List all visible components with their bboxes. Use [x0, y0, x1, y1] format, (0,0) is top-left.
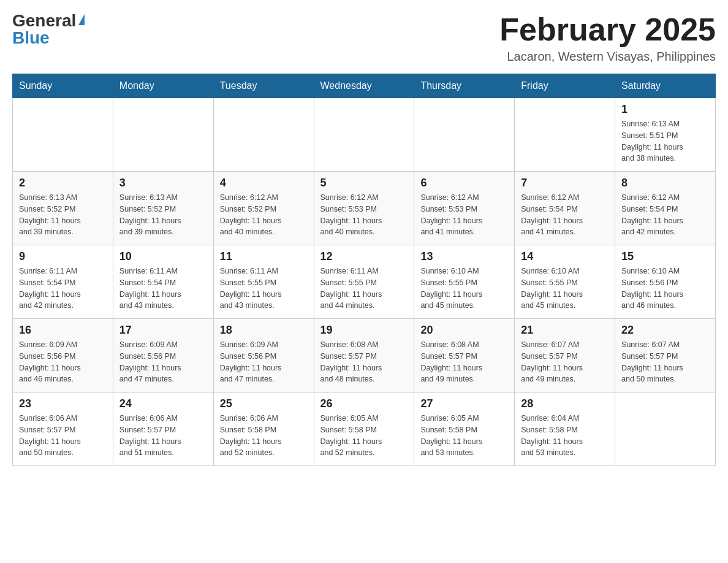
day-number: 12	[320, 250, 408, 263]
day-number: 17	[119, 324, 207, 337]
calendar-week-row: 16Sunrise: 6:09 AMSunset: 5:56 PMDayligh…	[13, 319, 716, 393]
calendar-cell: 1Sunrise: 6:13 AMSunset: 5:51 PMDaylight…	[615, 98, 716, 172]
title-section: February 2025 Lacaron, Western Visayas, …	[499, 12, 716, 64]
calendar-cell: 3Sunrise: 6:13 AMSunset: 5:52 PMDaylight…	[113, 172, 213, 245]
day-info: Sunrise: 6:12 AMSunset: 5:53 PMDaylight:…	[420, 192, 508, 238]
day-number: 28	[521, 397, 609, 410]
day-number: 20	[420, 324, 508, 337]
day-number: 15	[621, 250, 709, 263]
calendar-cell: 4Sunrise: 6:12 AMSunset: 5:52 PMDaylight…	[213, 172, 314, 245]
day-info: Sunrise: 6:10 AMSunset: 5:55 PMDaylight:…	[521, 266, 609, 312]
calendar-cell: 11Sunrise: 6:11 AMSunset: 5:55 PMDayligh…	[213, 245, 314, 319]
calendar-cell: 27Sunrise: 6:05 AMSunset: 5:58 PMDayligh…	[414, 393, 515, 466]
column-header-saturday: Saturday	[615, 74, 716, 98]
logo-triangle-icon	[78, 14, 85, 25]
calendar-cell: 26Sunrise: 6:05 AMSunset: 5:58 PMDayligh…	[314, 393, 414, 466]
calendar-cell: 22Sunrise: 6:07 AMSunset: 5:57 PMDayligh…	[615, 319, 716, 393]
day-info: Sunrise: 6:06 AMSunset: 5:57 PMDaylight:…	[19, 413, 107, 459]
day-info: Sunrise: 6:05 AMSunset: 5:58 PMDaylight:…	[420, 413, 508, 459]
day-number: 11	[220, 250, 308, 263]
calendar-cell: 19Sunrise: 6:08 AMSunset: 5:57 PMDayligh…	[314, 319, 414, 393]
calendar-cell	[13, 98, 113, 172]
day-info: Sunrise: 6:13 AMSunset: 5:52 PMDaylight:…	[19, 192, 107, 238]
page-header: General Blue February 2025 Lacaron, West…	[12, 12, 716, 64]
day-number: 18	[220, 324, 308, 337]
day-info: Sunrise: 6:12 AMSunset: 5:52 PMDaylight:…	[220, 192, 308, 238]
calendar-cell: 24Sunrise: 6:06 AMSunset: 5:57 PMDayligh…	[113, 393, 213, 466]
day-number: 26	[320, 397, 408, 410]
day-info: Sunrise: 6:07 AMSunset: 5:57 PMDaylight:…	[521, 339, 609, 385]
calendar-cell	[515, 98, 615, 172]
day-number: 4	[220, 177, 308, 190]
day-info: Sunrise: 6:08 AMSunset: 5:57 PMDaylight:…	[420, 339, 508, 385]
calendar-cell: 20Sunrise: 6:08 AMSunset: 5:57 PMDayligh…	[414, 319, 515, 393]
day-info: Sunrise: 6:11 AMSunset: 5:55 PMDaylight:…	[320, 266, 408, 312]
column-header-tuesday: Tuesday	[213, 74, 314, 98]
day-info: Sunrise: 6:09 AMSunset: 5:56 PMDaylight:…	[19, 339, 107, 385]
day-info: Sunrise: 6:06 AMSunset: 5:57 PMDaylight:…	[119, 413, 207, 459]
day-info: Sunrise: 6:04 AMSunset: 5:58 PMDaylight:…	[521, 413, 609, 459]
calendar-cell: 2Sunrise: 6:13 AMSunset: 5:52 PMDaylight…	[13, 172, 113, 245]
calendar-cell	[113, 98, 213, 172]
day-number: 16	[19, 324, 107, 337]
day-info: Sunrise: 6:11 AMSunset: 5:54 PMDaylight:…	[19, 266, 107, 312]
calendar-week-row: 9Sunrise: 6:11 AMSunset: 5:54 PMDaylight…	[13, 245, 716, 319]
calendar-cell: 13Sunrise: 6:10 AMSunset: 5:55 PMDayligh…	[414, 245, 515, 319]
day-info: Sunrise: 6:12 AMSunset: 5:54 PMDaylight:…	[521, 192, 609, 238]
calendar-cell: 14Sunrise: 6:10 AMSunset: 5:55 PMDayligh…	[515, 245, 615, 319]
day-info: Sunrise: 6:08 AMSunset: 5:57 PMDaylight:…	[320, 339, 408, 385]
calendar-table: SundayMondayTuesdayWednesdayThursdayFrid…	[12, 74, 716, 466]
calendar-cell: 9Sunrise: 6:11 AMSunset: 5:54 PMDaylight…	[13, 245, 113, 319]
calendar-week-row: 23Sunrise: 6:06 AMSunset: 5:57 PMDayligh…	[13, 393, 716, 466]
logo: General Blue	[12, 12, 85, 47]
calendar-cell: 7Sunrise: 6:12 AMSunset: 5:54 PMDaylight…	[515, 172, 615, 245]
calendar-week-row: 1Sunrise: 6:13 AMSunset: 5:51 PMDaylight…	[13, 98, 716, 172]
calendar-cell	[414, 98, 515, 172]
day-info: Sunrise: 6:09 AMSunset: 5:56 PMDaylight:…	[119, 339, 207, 385]
calendar-cell: 12Sunrise: 6:11 AMSunset: 5:55 PMDayligh…	[314, 245, 414, 319]
day-number: 1	[621, 103, 709, 116]
calendar-cell: 28Sunrise: 6:04 AMSunset: 5:58 PMDayligh…	[515, 393, 615, 466]
calendar-cell: 15Sunrise: 6:10 AMSunset: 5:56 PMDayligh…	[615, 245, 716, 319]
day-info: Sunrise: 6:11 AMSunset: 5:54 PMDaylight:…	[119, 266, 207, 312]
day-number: 25	[220, 397, 308, 410]
day-number: 21	[521, 324, 609, 337]
calendar-cell	[213, 98, 314, 172]
day-info: Sunrise: 6:05 AMSunset: 5:58 PMDaylight:…	[320, 413, 408, 459]
day-info: Sunrise: 6:10 AMSunset: 5:56 PMDaylight:…	[621, 266, 709, 312]
day-info: Sunrise: 6:12 AMSunset: 5:53 PMDaylight:…	[320, 192, 408, 238]
day-number: 10	[119, 250, 207, 263]
day-number: 2	[19, 177, 107, 190]
day-number: 22	[621, 324, 709, 337]
day-info: Sunrise: 6:13 AMSunset: 5:52 PMDaylight:…	[119, 192, 207, 238]
day-number: 7	[521, 177, 609, 190]
calendar-week-row: 2Sunrise: 6:13 AMSunset: 5:52 PMDaylight…	[13, 172, 716, 245]
day-number: 23	[19, 397, 107, 410]
calendar-cell: 18Sunrise: 6:09 AMSunset: 5:56 PMDayligh…	[213, 319, 314, 393]
calendar-cell: 17Sunrise: 6:09 AMSunset: 5:56 PMDayligh…	[113, 319, 213, 393]
day-number: 6	[420, 177, 508, 190]
calendar-cell: 5Sunrise: 6:12 AMSunset: 5:53 PMDaylight…	[314, 172, 414, 245]
day-number: 27	[420, 397, 508, 410]
calendar-cell: 8Sunrise: 6:12 AMSunset: 5:54 PMDaylight…	[615, 172, 716, 245]
calendar-cell: 6Sunrise: 6:12 AMSunset: 5:53 PMDaylight…	[414, 172, 515, 245]
calendar-cell: 21Sunrise: 6:07 AMSunset: 5:57 PMDayligh…	[515, 319, 615, 393]
day-info: Sunrise: 6:13 AMSunset: 5:51 PMDaylight:…	[621, 118, 709, 164]
day-info: Sunrise: 6:07 AMSunset: 5:57 PMDaylight:…	[621, 339, 709, 385]
day-number: 13	[420, 250, 508, 263]
month-title: February 2025	[499, 12, 716, 47]
day-number: 19	[320, 324, 408, 337]
calendar-cell: 23Sunrise: 6:06 AMSunset: 5:57 PMDayligh…	[13, 393, 113, 466]
logo-general-text: General	[12, 12, 76, 29]
day-number: 9	[19, 250, 107, 263]
day-info: Sunrise: 6:09 AMSunset: 5:56 PMDaylight:…	[220, 339, 308, 385]
day-number: 14	[521, 250, 609, 263]
day-info: Sunrise: 6:11 AMSunset: 5:55 PMDaylight:…	[220, 266, 308, 312]
column-header-monday: Monday	[113, 74, 213, 98]
calendar-cell: 25Sunrise: 6:06 AMSunset: 5:58 PMDayligh…	[213, 393, 314, 466]
column-header-sunday: Sunday	[13, 74, 113, 98]
day-number: 8	[621, 177, 709, 190]
column-header-friday: Friday	[515, 74, 615, 98]
column-header-thursday: Thursday	[414, 74, 515, 98]
calendar-header-row: SundayMondayTuesdayWednesdayThursdayFrid…	[13, 74, 716, 98]
